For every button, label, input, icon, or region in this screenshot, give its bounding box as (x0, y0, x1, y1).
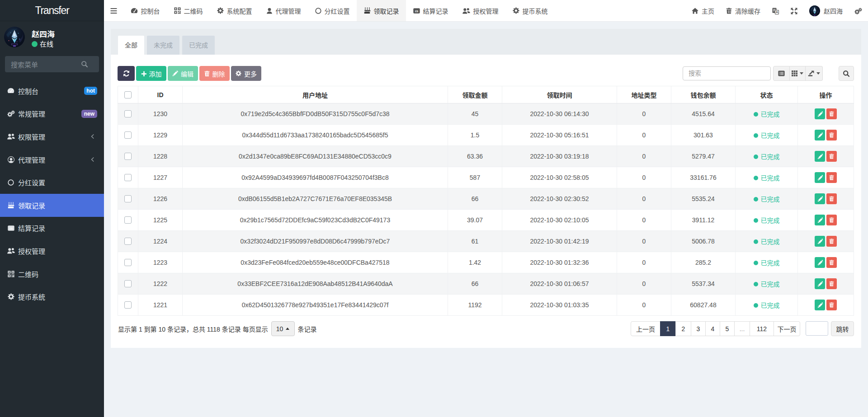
svg-text:cs: cs (9, 227, 13, 230)
svg-text:A: A (776, 10, 778, 14)
svg-text:cs: cs (415, 9, 418, 12)
